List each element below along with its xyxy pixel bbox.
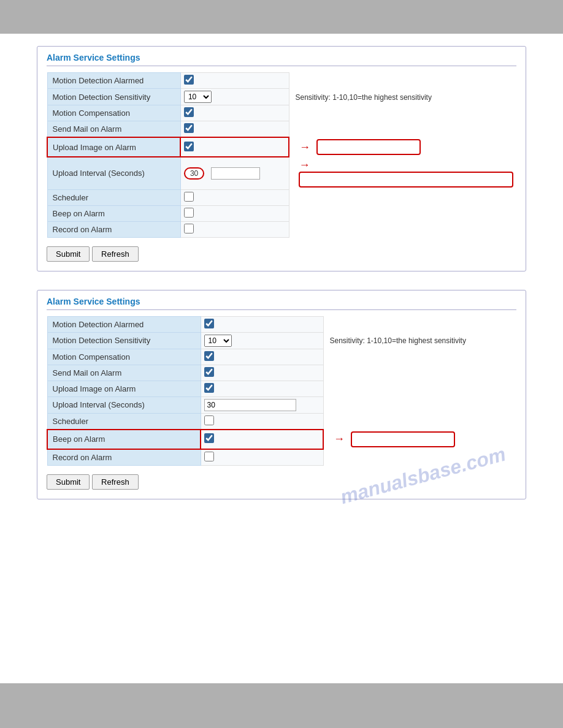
settings-table-1: Motion Detection Alarmed Motion Detectio… bbox=[47, 72, 516, 238]
button-row-2: Submit Refresh bbox=[47, 469, 516, 490]
row-upload-interval-1: Upload Interval (Seconds) 30 bbox=[47, 157, 516, 189]
checkbox-upload-image-1[interactable] bbox=[184, 142, 194, 151]
label-send-mail-2: Send Mail on Alarm bbox=[47, 365, 201, 381]
section1-wrapper: Alarm Service Settings Motion Detection … bbox=[37, 46, 526, 271]
row-send-mail-2: Send Mail on Alarm bbox=[47, 365, 516, 381]
label-beep-2: Beep on Alarm bbox=[47, 430, 201, 449]
oval-interval-1: 30 bbox=[184, 167, 204, 180]
checkbox-motion-detection-alarmed-2[interactable] bbox=[204, 319, 214, 328]
checkbox-motion-detection-alarmed-1[interactable] bbox=[184, 75, 194, 85]
alarm-section-1: Alarm Service Settings Motion Detection … bbox=[37, 46, 526, 271]
settings-table-2: Motion Detection Alarmed Motion Detectio… bbox=[47, 316, 516, 466]
checkbox-beep-2[interactable] bbox=[204, 433, 214, 443]
annotation-cell-upload-1 bbox=[289, 137, 516, 157]
row-scheduler-2: Scheduler bbox=[47, 413, 516, 430]
cell-motion-detection-alarmed-2 bbox=[201, 316, 323, 332]
refresh-button-1[interactable]: Refresh bbox=[92, 246, 139, 262]
cell-record-1 bbox=[180, 221, 289, 237]
row-motion-compensation-1: Motion Compensation bbox=[47, 105, 516, 121]
row-beep-1: Beep on Alarm bbox=[47, 205, 516, 221]
label-send-mail-1: Send Mail on Alarm bbox=[47, 121, 180, 138]
arrow-upload-1 bbox=[299, 141, 310, 154]
row-record-2: Record on Alarm bbox=[47, 449, 516, 466]
label-sensitivity-2: Motion Detection Sensitivity bbox=[47, 332, 201, 349]
label-motion-compensation-1: Motion Compensation bbox=[47, 105, 180, 121]
row-upload-interval-2: Upload Interval (Seconds) bbox=[47, 396, 516, 413]
cell-send-mail-1 bbox=[180, 121, 289, 138]
refresh-button-2[interactable]: Refresh bbox=[92, 474, 139, 490]
checkbox-scheduler-2[interactable] bbox=[204, 415, 214, 425]
cell-motion-compensation-2 bbox=[201, 349, 323, 365]
checkbox-scheduler-1[interactable] bbox=[184, 192, 194, 202]
alarm-section-2: Alarm Service Settings Motion Detection … bbox=[37, 290, 526, 499]
cell-beep-1 bbox=[180, 205, 289, 221]
label-scheduler-1: Scheduler bbox=[47, 189, 180, 205]
annotation-cell-beep-2 bbox=[323, 430, 516, 449]
cell-scheduler-2 bbox=[201, 413, 323, 430]
submit-button-1[interactable]: Submit bbox=[47, 246, 90, 262]
row-sensitivity-2: Motion Detection Sensitivity 1234 5678 9… bbox=[47, 332, 516, 349]
label-upload-image-2: Upload Image on Alarm bbox=[47, 381, 201, 396]
section2-wrapper: Alarm Service Settings Motion Detection … bbox=[37, 290, 526, 499]
label-motion-detection-alarmed-1: Motion Detection Alarmed bbox=[47, 73, 180, 89]
label-record-2: Record on Alarm bbox=[47, 449, 201, 466]
page-content: Alarm Service Settings Motion Detection … bbox=[0, 34, 563, 683]
input-upload-interval-1[interactable] bbox=[211, 167, 260, 180]
cell-upload-interval-1: 30 bbox=[180, 157, 289, 189]
cell-beep-2 bbox=[201, 430, 323, 449]
label-motion-compensation-2: Motion Compensation bbox=[47, 349, 201, 365]
row-motion-detection-alarmed-1: Motion Detection Alarmed bbox=[47, 73, 516, 89]
cell-motion-detection-alarmed-1 bbox=[180, 73, 289, 89]
checkbox-motion-compensation-2[interactable] bbox=[204, 351, 214, 361]
arrow-beep-2 bbox=[334, 433, 345, 446]
checkbox-beep-1[interactable] bbox=[184, 208, 194, 218]
bottom-bar bbox=[0, 683, 563, 728]
cell-scheduler-1 bbox=[180, 189, 289, 205]
submit-button-2[interactable]: Submit bbox=[47, 474, 90, 490]
row-motion-detection-alarmed-2: Motion Detection Alarmed bbox=[47, 316, 516, 332]
cell-upload-image-2 bbox=[201, 381, 323, 396]
label-sensitivity-1: Motion Detection Sensitivity bbox=[47, 89, 180, 105]
label-motion-detection-alarmed-2: Motion Detection Alarmed bbox=[47, 316, 201, 332]
checkbox-send-mail-1[interactable] bbox=[184, 123, 194, 133]
section1-title: Alarm Service Settings bbox=[47, 53, 516, 66]
row-send-mail-1: Send Mail on Alarm bbox=[47, 121, 516, 138]
annotation-box-upload-1 bbox=[316, 139, 421, 155]
checkbox-upload-image-2[interactable] bbox=[204, 383, 214, 393]
row-motion-compensation-2: Motion Compensation bbox=[47, 349, 516, 365]
sensitivity-note-1: Sensitivity: 1-10,10=the highest sensiti… bbox=[289, 89, 516, 105]
row-sensitivity-1: Motion Detection Sensitivity 1234 5678 9… bbox=[47, 89, 516, 105]
select-sensitivity-2[interactable]: 1234 5678 910 bbox=[204, 335, 232, 347]
row-record-1: Record on Alarm bbox=[47, 221, 516, 237]
checkbox-send-mail-2[interactable] bbox=[204, 367, 214, 377]
annotation-cell-interval-1 bbox=[289, 157, 516, 189]
cell-sensitivity-2: 1234 5678 910 bbox=[201, 332, 323, 349]
cell-sensitivity-1: 1234 5678 910 bbox=[180, 89, 289, 105]
sensitivity-note-2: Sensitivity: 1-10,10=the highest sensiti… bbox=[323, 332, 516, 349]
cell-upload-interval-2 bbox=[201, 396, 323, 413]
select-sensitivity-1[interactable]: 1234 5678 910 bbox=[184, 91, 212, 103]
label-upload-image-1: Upload Image on Alarm bbox=[47, 137, 180, 157]
input-upload-interval-2[interactable] bbox=[204, 399, 296, 411]
annotation-box-interval-1 bbox=[299, 172, 513, 188]
label-record-1: Record on Alarm bbox=[47, 221, 180, 237]
row-scheduler-1: Scheduler bbox=[47, 189, 516, 205]
top-bar bbox=[0, 0, 563, 34]
label-scheduler-2: Scheduler bbox=[47, 413, 201, 430]
arrow-interval-1 bbox=[299, 159, 310, 172]
checkbox-record-1[interactable] bbox=[184, 224, 194, 233]
label-upload-interval-2: Upload Interval (Seconds) bbox=[47, 396, 201, 413]
cell-upload-image-1 bbox=[180, 137, 289, 157]
checkbox-record-2[interactable] bbox=[204, 452, 214, 461]
row-beep-2: Beep on Alarm bbox=[47, 430, 516, 449]
row-upload-image-1: Upload Image on Alarm bbox=[47, 137, 516, 157]
button-row-1: Submit Refresh bbox=[47, 241, 516, 262]
cell-record-2 bbox=[201, 449, 323, 466]
checkbox-motion-compensation-1[interactable] bbox=[184, 107, 194, 117]
section2-title: Alarm Service Settings bbox=[47, 297, 516, 310]
annotation-box-beep-2 bbox=[351, 431, 455, 447]
cell-send-mail-2 bbox=[201, 365, 323, 381]
row-upload-image-2: Upload Image on Alarm bbox=[47, 381, 516, 396]
cell-motion-compensation-1 bbox=[180, 105, 289, 121]
label-upload-interval-1: Upload Interval (Seconds) bbox=[47, 157, 180, 189]
